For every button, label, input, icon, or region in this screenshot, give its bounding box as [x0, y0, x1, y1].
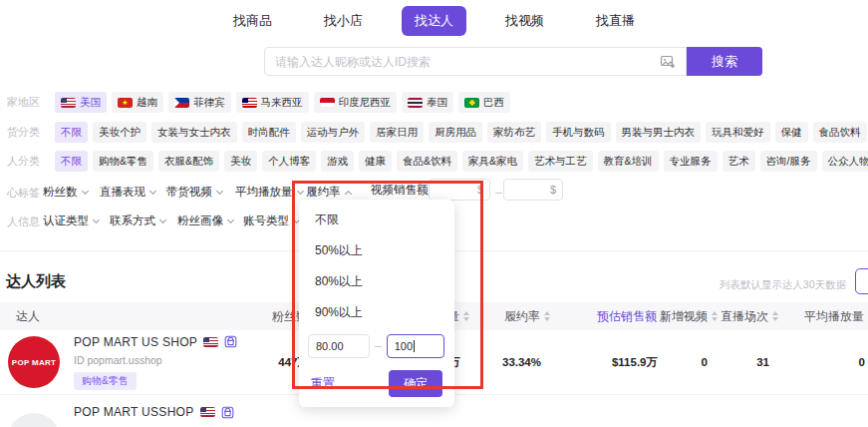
creator-category-chip[interactable]: 美妆: [224, 151, 257, 172]
confirm-button[interactable]: 确定: [389, 370, 442, 397]
product-category-chip[interactable]: 运动与户外: [301, 122, 366, 143]
product-category-chip[interactable]: 女装与女士内衣: [151, 122, 237, 143]
dropdown-option[interactable]: 90%以上: [299, 297, 454, 328]
column-header-label: 平均播放量: [804, 308, 864, 325]
account-type-dropdown[interactable]: 账号类型: [243, 214, 299, 228]
video-sales-min-input[interactable]: $: [429, 179, 490, 201]
tab-find-shops[interactable]: 找小店: [311, 6, 376, 36]
creator-category-row: 人分类 不限购物&零售衣服&配饰美妆个人博客游戏健康食品&饮料家具&家电艺术与工…: [0, 151, 868, 172]
contact-method-dropdown[interactable]: 联系方式: [110, 214, 165, 228]
tab-find-videos[interactable]: 找视频: [492, 6, 557, 36]
creator-category-chip[interactable]: 不限: [55, 151, 88, 172]
column-header-4[interactable]: 履约率: [472, 308, 553, 325]
avg-views-dropdown[interactable]: 平均播放量: [235, 185, 303, 200]
creator-category-chip[interactable]: 游戏: [321, 151, 354, 172]
creator-metric-value: 0: [670, 356, 720, 368]
video-sales-label: 视频销售额: [371, 183, 429, 198]
fulfillment-rate-dropdown[interactable]: 履约率: [306, 185, 351, 200]
region-chip[interactable]: 马来西亚: [236, 92, 309, 113]
tab-find-lives[interactable]: 找直播: [583, 6, 648, 36]
column-header-0: 达人: [0, 308, 239, 325]
dropdown-option[interactable]: 80%以上: [299, 266, 454, 297]
product-category-chip[interactable]: 食品饮料: [813, 122, 867, 143]
column-header-label: 预估销售额: [597, 308, 657, 325]
creator-avatar[interactable]: POP MART: [8, 336, 60, 388]
region-chip[interactable]: 越南: [112, 92, 163, 113]
shop-icon: [224, 335, 237, 348]
us-flag-icon: [203, 337, 218, 347]
product-category-chip[interactable]: 家纺布艺: [487, 122, 541, 143]
chevron-down-icon: [296, 187, 303, 194]
column-header-label: 直播场次: [721, 308, 768, 325]
tab-find-products[interactable]: 找商品: [220, 6, 285, 36]
fulfillment-min-input[interactable]: 80.00: [308, 334, 370, 358]
sort-icon: [544, 311, 551, 321]
creator-category-chip[interactable]: 公众人物: [822, 151, 868, 172]
product-category-chip[interactable]: 不限: [55, 122, 88, 143]
product-category-chip[interactable]: 居家日用: [370, 122, 424, 143]
verification-type-dropdown[interactable]: 认证类型: [43, 214, 99, 228]
product-category-chip[interactable]: 手机与数码: [546, 122, 611, 143]
dropdown-option[interactable]: 50%以上: [299, 235, 454, 266]
creator-category-chip[interactable]: 购物&零售: [93, 151, 153, 172]
creator-avatar[interactable]: [8, 413, 60, 427]
region-chip[interactable]: 泰国: [402, 92, 453, 113]
region-chip[interactable]: 美国: [55, 92, 107, 113]
tab-find-creators[interactable]: 找达人: [402, 6, 466, 36]
region-chip-label: 印度尼西亚: [339, 96, 392, 110]
column-header-8[interactable]: 平均播放量: [781, 308, 868, 325]
creator-category-chip[interactable]: 个人博客: [262, 151, 316, 172]
product-category-label: 货分类: [0, 125, 40, 140]
creator-tag: 购物&零售: [74, 372, 137, 390]
product-category-chip[interactable]: 厨房用品: [429, 122, 482, 143]
creator-category-chip[interactable]: 衣服&配饰: [158, 151, 219, 172]
image-search-icon[interactable]: [660, 54, 676, 70]
creator-category-chip[interactable]: 家具&家电: [462, 151, 523, 172]
creator-name[interactable]: POP MART US SHOP: [74, 335, 197, 349]
creator-category-chip[interactable]: 食品&饮料: [397, 151, 457, 172]
edge-button[interactable]: [855, 268, 868, 294]
column-header-5[interactable]: 预估销售额: [553, 308, 670, 325]
video-sales-max-input[interactable]: $: [503, 179, 563, 201]
product-videos-dropdown[interactable]: 带货视频: [166, 185, 222, 200]
region-chip[interactable]: 菲律宾: [168, 92, 231, 113]
find-creator-page: 找商品找小店找达人找视频找直播 搜索 家地区 美国越南菲律宾马来西亚印度尼西亚泰…: [0, 0, 868, 427]
reset-button[interactable]: 重置: [311, 375, 335, 392]
chevron-down-icon: [159, 215, 166, 222]
followers-count-dropdown[interactable]: 粉丝数: [43, 185, 88, 200]
product-category-chip[interactable]: 保健: [775, 122, 808, 143]
creator-category-chip[interactable]: 专业服务: [664, 151, 718, 172]
creator-name[interactable]: POP MART USSHOP: [74, 405, 194, 419]
product-category-chip[interactable]: 男装与男士内衣: [616, 122, 702, 143]
range-dash: –: [495, 186, 502, 200]
region-chip-label: 马来西亚: [261, 96, 303, 110]
creator-category-label: 人分类: [0, 154, 40, 169]
product-category-row: 货分类 不限美妆个护女装与女士内衣时尚配件运动与户外居家日用厨房用品家纺布艺手机…: [0, 122, 868, 143]
product-category-chip[interactable]: 时尚配件: [242, 122, 296, 143]
search-button[interactable]: 搜索: [687, 47, 762, 76]
creator-category-chip[interactable]: 艺术: [723, 151, 755, 172]
region-chip[interactable]: 印度尼西亚: [314, 92, 398, 113]
us-flag-icon: [200, 407, 215, 417]
product-category-chip[interactable]: 玩具和爱好: [706, 122, 770, 143]
search-input[interactable]: [275, 55, 652, 69]
column-header-7[interactable]: 直播场次: [720, 308, 781, 325]
vn-flag-icon: [118, 98, 133, 108]
search-bar: 搜索: [264, 47, 762, 76]
follower-profile-dropdown-label: 粉丝画像: [177, 214, 223, 228]
creator-metric-value: 0: [781, 356, 868, 368]
creator-category-chip[interactable]: 健康: [359, 151, 392, 172]
creator-category-chip[interactable]: 艺术与工艺: [528, 151, 593, 172]
region-chip[interactable]: 巴西: [458, 92, 510, 113]
text-cursor: [414, 340, 415, 352]
column-header-6[interactable]: 新增视频: [670, 308, 720, 325]
search-box[interactable]: [264, 47, 687, 76]
product-category-chip[interactable]: 美妆个护: [93, 122, 146, 143]
live-performance-dropdown[interactable]: 直播表现: [100, 185, 155, 200]
follower-profile-dropdown[interactable]: 粉丝画像: [177, 214, 233, 228]
fulfillment-max-input[interactable]: 100: [387, 334, 444, 358]
creator-category-chip[interactable]: 咨询/服务: [760, 151, 817, 172]
creator-metric-value: 33.34%: [472, 356, 553, 368]
creator-category-chip[interactable]: 教育&培训: [598, 151, 659, 172]
dropdown-option[interactable]: 不限: [299, 205, 454, 235]
